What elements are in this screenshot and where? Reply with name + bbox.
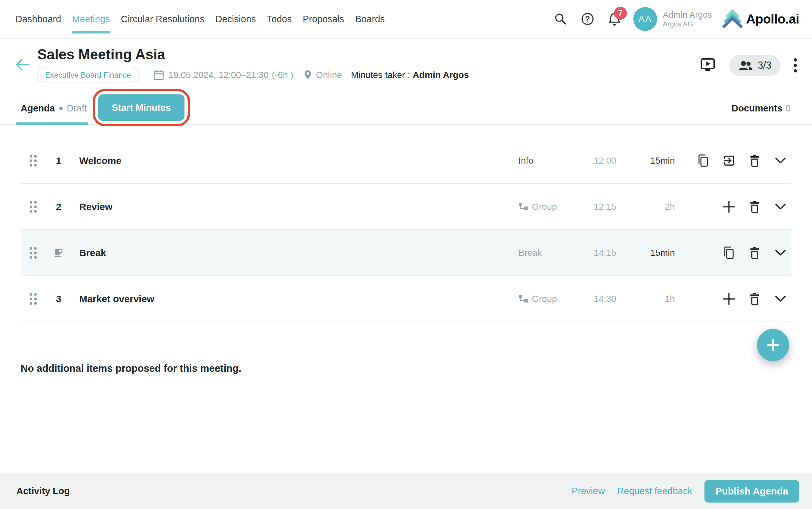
drag-handle-icon[interactable] <box>29 154 38 167</box>
help-icon[interactable]: ? <box>581 11 595 27</box>
search-icon[interactable] <box>553 11 568 27</box>
more-options-icon[interactable] <box>792 57 799 74</box>
item-title: Break <box>79 247 504 258</box>
user-org: Argos AG <box>663 20 712 28</box>
agenda-status: Draft <box>67 103 87 114</box>
header-actions: 3/3 <box>700 55 799 76</box>
present-mode-icon[interactable] <box>700 58 716 73</box>
notification-badge: 7 <box>614 7 627 20</box>
documents-label: Documents <box>732 103 782 114</box>
meeting-datetime: 19.05.2024, 12:00–21:30 <box>169 70 268 80</box>
group-tree-icon <box>518 295 528 303</box>
item-type: Break <box>504 248 576 258</box>
item-number: 2 <box>50 201 67 212</box>
item-title: Review <box>79 201 504 212</box>
agenda-list: 1 Welcome Info 12:00 15min 2 Review <box>21 125 791 322</box>
coffee-break-icon <box>50 248 67 258</box>
top-nav: Dashboard Meetings Circular Resolutions … <box>0 0 812 39</box>
nav-item-decisions[interactable]: Decisions <box>215 13 256 25</box>
nav-item-boards[interactable]: Boards <box>355 13 385 25</box>
group-tree-icon <box>518 202 528 211</box>
back-arrow-icon[interactable] <box>14 58 32 73</box>
drag-handle-icon[interactable] <box>29 246 38 259</box>
item-start-time: 14:15 <box>576 248 634 258</box>
chevron-down-icon[interactable] <box>773 199 787 214</box>
add-icon[interactable] <box>722 292 736 306</box>
nav-item-circular-resolutions[interactable]: Circular Resolutions <box>121 13 205 25</box>
agenda-row-review: 2 Review Group 12:15 2h <box>21 184 791 230</box>
svg-text:?: ? <box>585 14 590 23</box>
request-feedback-link[interactable]: Request feedback <box>617 486 693 497</box>
start-minutes-button[interactable]: Start Minutes <box>98 94 184 121</box>
delete-icon[interactable] <box>748 292 762 306</box>
brand-name: Apollo.ai <box>746 12 799 26</box>
item-actions <box>695 154 791 168</box>
item-actions <box>695 199 791 214</box>
meeting-location: Online <box>316 70 342 80</box>
item-start-time: 12:00 <box>576 156 634 166</box>
agenda-row-break: Break Break 14:15 15min <box>21 230 791 276</box>
participants-count: 3/3 <box>758 60 771 71</box>
item-type: Info <box>504 156 576 166</box>
add-agenda-item-fab[interactable] <box>757 329 789 361</box>
drag-handle-icon[interactable] <box>29 200 38 213</box>
notifications-bell-icon[interactable]: 7 <box>607 11 622 27</box>
participants-button[interactable]: 3/3 <box>729 55 780 76</box>
committee-tag: Executive Board Finance <box>37 68 139 82</box>
move-to-icon[interactable] <box>722 154 736 168</box>
plus-icon <box>766 338 780 352</box>
chevron-down-icon[interactable] <box>773 292 787 306</box>
chevron-down-icon[interactable] <box>773 154 787 168</box>
item-duration: 15min <box>634 156 695 166</box>
copy-icon[interactable] <box>722 245 736 260</box>
drag-handle-icon[interactable] <box>29 293 38 305</box>
footer-bar: Activity Log Preview Request feedback Pu… <box>0 473 812 509</box>
minutes-taker-name: Admin Argos <box>413 70 469 80</box>
delete-icon[interactable] <box>748 199 762 214</box>
nav-item-meetings[interactable]: Meetings <box>72 13 110 25</box>
item-title: Market overview <box>79 294 504 304</box>
apollo-logo-icon <box>722 9 743 29</box>
item-type: Group <box>504 202 576 212</box>
tab-agenda-label: Agenda <box>21 103 55 114</box>
nav-item-dashboard[interactable]: Dashboard <box>15 13 61 25</box>
item-actions <box>695 245 791 260</box>
meeting-meta: Executive Board Finance 19.05.2024, 12:0… <box>37 67 469 83</box>
user-name: Admin Argos <box>663 10 712 20</box>
activity-log-link[interactable]: Activity Log <box>16 486 70 497</box>
chevron-down-icon[interactable] <box>773 245 787 260</box>
start-minutes-highlight-annotation: Start Minutes <box>93 89 190 126</box>
agenda-row-welcome: 1 Welcome Info 12:00 15min <box>21 138 791 184</box>
documents-count: 0 <box>786 103 791 114</box>
no-additional-items-message: No additional items proposed for this me… <box>21 363 242 374</box>
nav-right: ? 7 AA Admin Argos Argos AG Apollo.ai <box>541 7 799 31</box>
publish-agenda-button[interactable]: Publish Agenda <box>704 480 799 503</box>
item-duration: 2h <box>634 202 695 212</box>
location-pin-icon <box>304 70 312 80</box>
footer-actions: Preview Request feedback Publish Agenda <box>571 480 799 503</box>
item-start-time: 12:15 <box>576 202 634 212</box>
item-start-time: 14:30 <box>576 294 634 304</box>
tab-agenda[interactable]: Agenda Draft <box>21 103 87 114</box>
nav-item-proposals[interactable]: Proposals <box>303 13 344 25</box>
brand-logo[interactable]: Apollo.ai <box>722 9 799 29</box>
calendar-icon <box>154 69 164 81</box>
item-number: 1 <box>50 155 67 166</box>
preview-link[interactable]: Preview <box>571 486 605 497</box>
item-actions <box>695 292 791 306</box>
active-tab-underline <box>16 123 88 125</box>
item-type: Group <box>504 294 576 304</box>
page-title: Sales Meeting Asia <box>37 46 165 63</box>
copy-icon[interactable] <box>696 154 710 168</box>
nav-item-todos[interactable]: Todos <box>267 13 292 25</box>
delete-icon[interactable] <box>748 245 762 260</box>
user-avatar[interactable]: AA <box>633 7 657 31</box>
timezone-offset: (-6h ) <box>272 70 293 80</box>
item-duration: 1h <box>634 294 695 304</box>
item-duration: 15min <box>634 248 695 258</box>
delete-icon[interactable] <box>748 154 762 168</box>
add-icon[interactable] <box>722 199 736 214</box>
user-menu[interactable]: Admin Argos Argos AG <box>663 10 712 28</box>
documents-toggle[interactable]: Documents 0 <box>732 103 791 114</box>
item-number: 3 <box>50 294 67 304</box>
